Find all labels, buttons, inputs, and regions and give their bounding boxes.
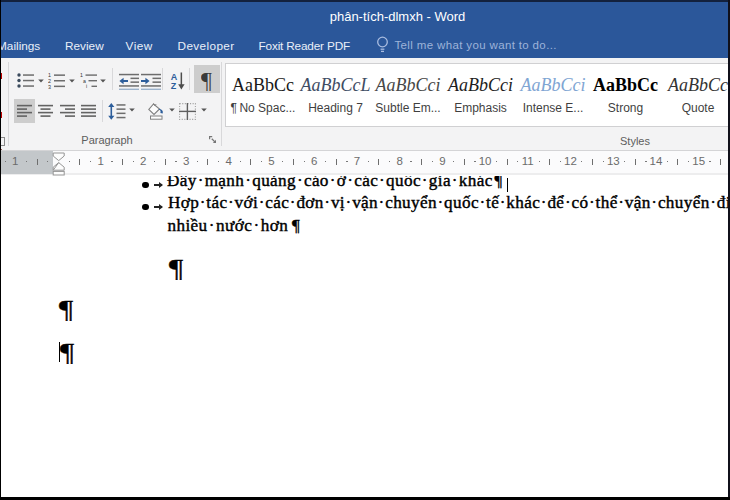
svg-text:3: 3	[48, 84, 51, 90]
svg-text:i: i	[86, 83, 87, 89]
svg-text:Z: Z	[170, 81, 176, 91]
